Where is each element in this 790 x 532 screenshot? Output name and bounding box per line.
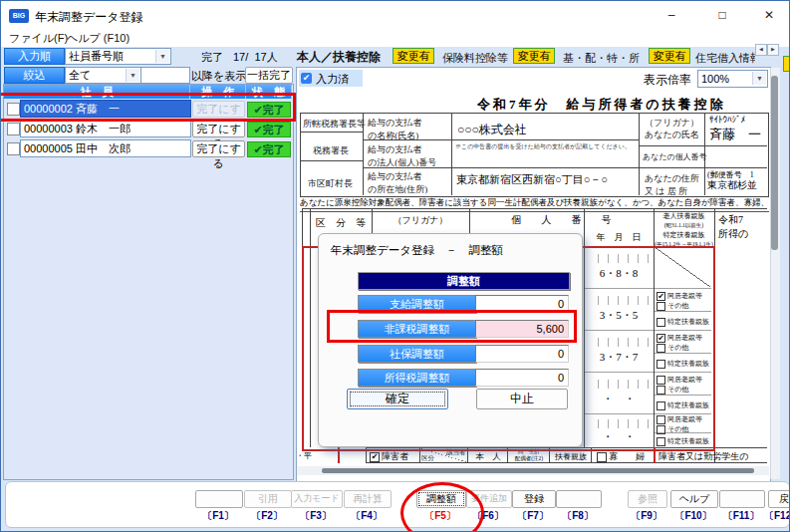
row-checkbox[interactable] — [7, 142, 20, 155]
f4-button: 再計算 — [344, 490, 392, 508]
f1-button[interactable] — [195, 490, 243, 508]
zoom-select[interactable]: 100% ▼ — [697, 70, 768, 88]
confirm-button[interactable]: 確定 — [347, 389, 448, 409]
entered-label: 入力済 — [316, 72, 349, 87]
payer-address-label: 給与の支払者 の所在地(住所) — [368, 170, 449, 196]
era-fragment: ・平 — [296, 450, 312, 461]
checkbox-icon — [597, 452, 607, 462]
status-badge: ✔完了 — [247, 122, 291, 137]
shotokuzei-label: 所得税調整額 — [358, 369, 476, 387]
payer-address-value: 東京都新宿区西新宿○丁目○－○ — [456, 172, 608, 187]
complete-button[interactable]: 完了にする — [192, 140, 245, 157]
f7-register-button[interactable]: 登録 — [512, 490, 556, 508]
kubun-header: 区 分 等 — [310, 216, 372, 230]
filter-input[interactable] — [140, 67, 190, 84]
done-label: 完了 — [201, 50, 223, 65]
stamp-label-shikuchoson: 市区町村長 — [308, 177, 353, 190]
f3-key-label: 〔F3〕 — [290, 509, 342, 523]
shogaisha-cell: ✔障害者 — [370, 450, 408, 463]
payer-number-label: 給与の支払者 の法人(個人)番号 — [368, 143, 453, 169]
date-header: 年 月 日 — [584, 231, 654, 244]
f8-key-label: 〔F8〕 — [552, 509, 604, 523]
title-bar: BIG 年末調整データ登録 – □ ✕ — [1, 1, 789, 30]
input-order-value: 社員番号順 — [69, 50, 124, 62]
employee-name[interactable]: 00000003 鈴木 一郎 — [20, 120, 191, 137]
entered-indicator[interactable]: ✔ 入力済 — [299, 70, 363, 87]
show-after-label: 以降を表示 — [191, 69, 246, 84]
change-badge-partial — [783, 56, 790, 72]
tab-jutaku-kariire[interactable]: 住宅借入情報 — [695, 51, 755, 66]
fuyo-cell: 扶養親族 — [551, 451, 591, 462]
menu-help[interactable]: ヘルプ (F10) — [67, 31, 130, 46]
your-name-value: 斉藤 一 — [709, 126, 761, 143]
chevron-down-icon: ▼ — [155, 50, 169, 63]
zoom-value: 100% — [701, 73, 729, 85]
input-order-label: 入力順 — [4, 48, 65, 65]
change-badge: 変更有 — [393, 48, 434, 64]
kafu-cell: 寡 婦 — [597, 450, 645, 463]
income-header-2: 所得の — [718, 227, 748, 241]
minimize-button[interactable]: – — [657, 5, 686, 26]
app-window: BIG 年末調整データ登録 – □ ✕ ファイル(F) ヘルプ (F10) 入力… — [0, 0, 790, 532]
zoom-label: 表示倍率 — [644, 72, 691, 89]
menu-bar: ファイル(F) ヘルプ (F10) — [1, 30, 789, 48]
f1-key-label: 〔F1〕 — [192, 509, 244, 523]
filter-select[interactable]: 全て ▼ — [65, 67, 141, 84]
rojin-header: 老人扶養親族(昭31.1.1以前生) — [655, 211, 713, 229]
table-row[interactable]: 00000005 田中 次郎 完了にする ✔完了 — [1, 137, 293, 157]
form-instruction: あなたに源泉控除対象配偶者、障害者に該当する同一生計配偶者及び扶養親族がなく、か… — [300, 197, 769, 212]
honnin-cell: 本 人 — [469, 451, 507, 463]
f11-key-label: 〔F11〕 — [712, 509, 770, 523]
dialog-title: 年末調整データ登録 － 調整額 — [331, 243, 503, 258]
complete-button[interactable]: 完了にする — [192, 121, 245, 137]
app-icon: BIG — [9, 9, 29, 23]
tab-hokenryo[interactable]: 保険料控除等 — [442, 51, 508, 66]
f4-key-label: 〔F4〕 — [341, 509, 393, 523]
chevron-down-icon: ▼ — [126, 69, 139, 82]
furigana-header: （フリガナ） — [372, 214, 469, 227]
chevron-down-icon: ▼ — [752, 72, 766, 85]
f2-button: 引用 — [244, 490, 292, 508]
window-title: 年末調整データ登録 — [35, 9, 143, 26]
f12-button[interactable]: 戻る — [768, 490, 790, 508]
f8-button[interactable] — [556, 490, 602, 508]
f9-button: 参照 — [628, 490, 667, 508]
your-address-label: あなたの住所 又 は 居 所 — [645, 172, 704, 198]
payer-name-label: 給与の支払者 の名称(氏名) — [368, 117, 449, 142]
input-order-select[interactable]: 社員番号順 ▼ — [65, 48, 171, 65]
horizontal-scrollbar-thumb[interactable] — [322, 468, 754, 473]
shotokuzei-value[interactable]: 0 — [475, 369, 569, 387]
your-address-value: 東京都杉並 — [707, 178, 757, 192]
maximize-button[interactable]: □ — [707, 5, 737, 26]
employee-name[interactable]: 00000005 田中 次郎 — [20, 139, 191, 157]
tab-scroll-right-icon[interactable]: ▶ — [767, 44, 779, 56]
kojin-bango-header: 個 人 番 号 — [469, 213, 654, 227]
f3-button: 入力モード — [291, 490, 343, 508]
checked-checkbox-icon: ✔ — [301, 73, 312, 84]
shaho-label: 社保調整額 — [358, 345, 476, 363]
shogaisha-kinrogakusei-label: 障害者又は勤労学生の — [658, 450, 768, 463]
menu-file[interactable]: ファイル(F) — [9, 31, 68, 46]
shaho-value[interactable]: 0 — [475, 345, 569, 363]
f11-button[interactable] — [719, 490, 765, 508]
change-badge: 変更有 — [513, 48, 555, 64]
filter-value: 全て — [69, 69, 91, 81]
done-count: 17/ 17人 — [233, 50, 278, 65]
your-name-label: あなたの氏名 — [645, 129, 699, 141]
cancel-button[interactable]: 中止 — [476, 389, 568, 409]
annotation-hikazei-row — [327, 310, 577, 343]
f10-help-button[interactable]: ヘルプ — [670, 490, 718, 508]
furigana-value: ｻｲﾄｳﾊｼﾞﾒ — [709, 115, 745, 125]
f2-key-label: 〔F2〕 — [241, 509, 293, 523]
dialog-section-header: 調整額 — [358, 272, 570, 290]
row-checkbox[interactable] — [7, 123, 20, 135]
tab-scroll-left-icon[interactable]: ◀ — [755, 44, 767, 56]
close-button[interactable]: ✕ — [754, 5, 784, 26]
vertical-scrollbar-thumb[interactable] — [771, 76, 778, 250]
f12-key-label: 〔F12〕 — [764, 509, 790, 523]
income-header-1: 令和7 — [718, 213, 743, 227]
payer-name-value: ○○○株式会社 — [457, 122, 527, 138]
tab-honnin-fuyokojo[interactable]: 本人／扶養控除 — [297, 49, 381, 66]
tab-ki-hai-toku-sho[interactable]: 基・配・特・所 — [563, 51, 640, 66]
bulk-complete-button[interactable]: 一括完了 — [245, 67, 293, 84]
